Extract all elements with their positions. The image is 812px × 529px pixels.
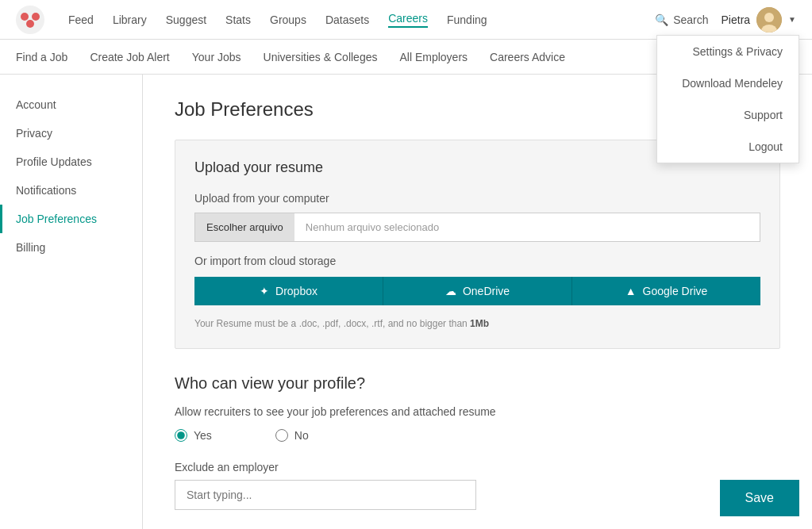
dropdown-support[interactable]: Support <box>657 99 799 131</box>
search-icon: 🔍 <box>655 13 668 26</box>
exclude-employer-input[interactable] <box>175 480 476 510</box>
googledrive-button[interactable]: ▲ Google Drive <box>571 277 760 305</box>
radio-no-label: No <box>294 429 309 442</box>
subnav-your-jobs[interactable]: Your Jobs <box>192 40 241 75</box>
cloud-import-label: Or import from cloud storage <box>194 255 760 267</box>
nav-library[interactable]: Library <box>113 13 147 26</box>
dropdown-logout[interactable]: Logout <box>657 131 799 163</box>
radio-no[interactable]: No <box>275 429 309 442</box>
sidebar-item-billing[interactable]: Billing <box>0 233 142 262</box>
googledrive-icon: ▲ <box>625 285 637 297</box>
upload-resume-card: Upload your resume Upload from your comp… <box>175 140 780 349</box>
choose-file-button[interactable]: Escolher arquivo <box>195 213 294 241</box>
dropbox-icon: ✦ <box>260 285 269 297</box>
radio-group: Yes No <box>175 429 780 442</box>
dropdown-menu: Settings & Privacy Download Mendeley Sup… <box>656 35 799 163</box>
svg-point-3 <box>26 20 34 28</box>
save-button-wrapper: Save <box>707 467 812 529</box>
search-button[interactable]: 🔍 Search <box>655 13 708 26</box>
logo[interactable] <box>16 6 44 34</box>
onedrive-icon: ☁ <box>445 285 456 297</box>
dropbox-label: Dropbox <box>275 285 317 297</box>
nav-datasets[interactable]: Datasets <box>325 13 369 26</box>
file-input-row: Escolher arquivo Nenhum arquivo selecion… <box>194 213 760 242</box>
profile-visibility-section: Who can view your profile? Allow recruit… <box>175 374 780 510</box>
file-placeholder: Nenhum arquivo selecionado <box>294 213 450 241</box>
radio-no-input[interactable] <box>275 429 288 442</box>
cloud-buttons-group: ✦ Dropbox ☁ OneDrive ▲ Google Drive <box>194 277 760 305</box>
user-menu[interactable]: Pietra ▼ <box>722 7 796 33</box>
sidebar-item-notifications[interactable]: Notifications <box>0 176 142 205</box>
resume-note: Your Resume must be a .doc, .pdf, .docx,… <box>194 318 760 329</box>
nav-links: Feed Library Suggest Stats Groups Datase… <box>68 12 655 28</box>
nav-careers[interactable]: Careers <box>388 12 428 28</box>
sidebar-item-privacy[interactable]: Privacy <box>0 119 142 148</box>
exclude-employer-label: Exclude an employer <box>175 461 780 473</box>
nav-right: 🔍 Search Pietra ▼ <box>655 7 796 33</box>
nav-groups[interactable]: Groups <box>270 13 306 26</box>
user-name: Pietra <box>722 13 751 26</box>
nav-suggest[interactable]: Suggest <box>166 13 206 26</box>
googledrive-label: Google Drive <box>643 285 708 297</box>
chevron-down-icon: ▼ <box>788 15 796 24</box>
nav-feed[interactable]: Feed <box>68 13 94 26</box>
subnav-universities-colleges[interactable]: Universities & Colleges <box>264 40 378 75</box>
upload-from-computer-label: Upload from your computer <box>194 192 760 205</box>
nav-funding[interactable]: Funding <box>447 13 487 26</box>
top-navigation: Feed Library Suggest Stats Groups Datase… <box>0 0 812 40</box>
nav-stats[interactable]: Stats <box>225 13 251 26</box>
subnav-find-a-job[interactable]: Find a Job <box>16 40 67 75</box>
avatar <box>756 7 782 33</box>
sidebar: Account Privacy Profile Updates Notifica… <box>0 75 143 529</box>
dropdown-download-mendeley[interactable]: Download Mendeley <box>657 67 799 99</box>
subnav-all-employers[interactable]: All Employers <box>399 40 468 75</box>
save-button[interactable]: Save <box>720 480 799 516</box>
onedrive-button[interactable]: ☁ OneDrive <box>383 277 571 305</box>
svg-point-5 <box>764 13 774 22</box>
subnav-careers-advice[interactable]: Careers Advice <box>490 40 565 75</box>
dropdown-settings-privacy[interactable]: Settings & Privacy <box>657 36 799 67</box>
onedrive-label: OneDrive <box>463 285 510 297</box>
sidebar-item-profile-updates[interactable]: Profile Updates <box>0 148 142 176</box>
subnav-create-job-alert[interactable]: Create Job Alert <box>90 40 169 75</box>
svg-point-2 <box>32 13 40 21</box>
dropbox-button[interactable]: ✦ Dropbox <box>194 277 383 305</box>
svg-point-1 <box>21 13 29 21</box>
sidebar-item-account[interactable]: Account <box>0 90 142 119</box>
search-label: Search <box>673 13 708 26</box>
allow-recruiters-text: Allow recruiters to see your job prefere… <box>175 405 780 418</box>
radio-yes-input[interactable] <box>175 429 187 442</box>
radio-yes[interactable]: Yes <box>175 429 212 442</box>
profile-visibility-title: Who can view your profile? <box>175 374 780 393</box>
radio-yes-label: Yes <box>194 429 212 442</box>
sidebar-item-job-preferences[interactable]: Job Preferences <box>0 205 142 233</box>
